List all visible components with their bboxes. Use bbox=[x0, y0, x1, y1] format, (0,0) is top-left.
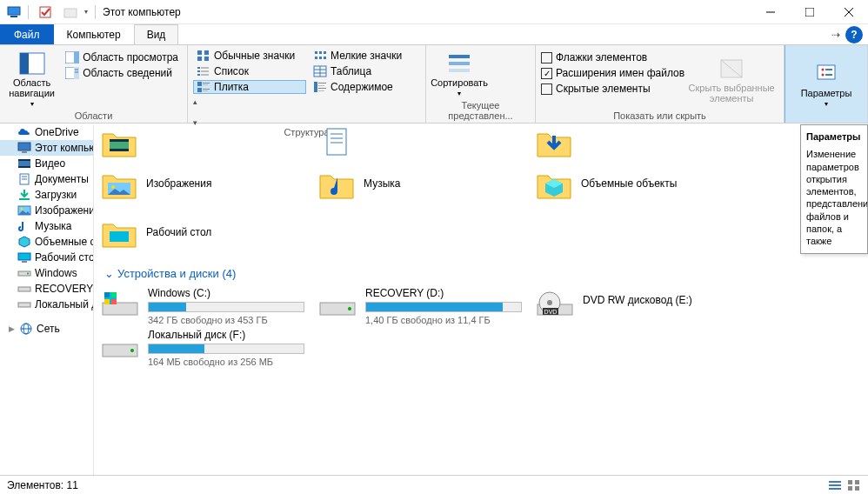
svg-rect-78 bbox=[18, 287, 30, 291]
svg-rect-46 bbox=[318, 90, 324, 91]
svg-rect-20 bbox=[197, 67, 200, 69]
documents-icon bbox=[17, 173, 31, 185]
layout-small-icons[interactable]: Мелкие значки bbox=[310, 49, 414, 63]
normal-icons-icon bbox=[197, 50, 210, 62]
tree-drive-c[interactable]: Windows bbox=[0, 265, 93, 281]
tab-computer[interactable]: Компьютер bbox=[54, 24, 134, 44]
folder-desktop[interactable]: Рабочий стол bbox=[101, 208, 318, 257]
status-bar: Элементов: 11 bbox=[0, 475, 868, 494]
qat-newfolder-icon[interactable] bbox=[63, 6, 77, 18]
tiles-icon bbox=[197, 81, 210, 93]
drive-f[interactable]: Локальный диск (F:) 164 МБ свободно из 2… bbox=[101, 327, 318, 369]
section-drives-header[interactable]: ⌄ Устройства и диски (4) bbox=[101, 257, 868, 285]
minimize-ribbon-icon[interactable]: ⇢ bbox=[831, 29, 840, 41]
checkbox-file-ext[interactable]: ✓Расширения имен файлов bbox=[541, 66, 684, 80]
tree-documents[interactable]: Документы bbox=[0, 171, 93, 187]
tree-3dobjects[interactable]: Объемные объекты bbox=[0, 234, 93, 250]
checkbox-icon: ✓ bbox=[541, 68, 552, 79]
tree-network[interactable]: ▶Сеть bbox=[0, 321, 93, 337]
drive-e[interactable]: DVD DVD RW дисковод (E:) bbox=[536, 285, 753, 327]
document-folder-icon bbox=[318, 124, 355, 160]
tree-music[interactable]: Музыка bbox=[0, 218, 93, 234]
svg-rect-43 bbox=[318, 83, 326, 83]
svg-rect-109 bbox=[829, 484, 841, 486]
ribbon-group-layout: Обычные значки Список Плитка Мелкие знач… bbox=[188, 45, 426, 123]
svg-text:DVD: DVD bbox=[544, 309, 558, 315]
details-pane-icon bbox=[65, 67, 79, 79]
objects3d-folder-icon bbox=[536, 165, 572, 202]
svg-rect-97 bbox=[104, 299, 110, 304]
svg-rect-93 bbox=[103, 303, 137, 315]
tree-desktop[interactable]: Рабочий стол bbox=[0, 250, 93, 265]
tooltip-body: Изменение параметров открытия элементов,… bbox=[806, 148, 862, 247]
file-menu[interactable]: Файл bbox=[0, 24, 54, 44]
tree-pictures[interactable]: Изображения bbox=[0, 203, 93, 218]
svg-rect-75 bbox=[22, 261, 27, 263]
nav-pane-button[interactable]: Область навигации ▾ bbox=[5, 49, 58, 110]
layout-tiles[interactable]: Плитка bbox=[193, 80, 306, 94]
tree-onedrive[interactable]: OneDrive bbox=[0, 124, 93, 140]
checkbox-item-checkboxes[interactable]: Флажки элементов bbox=[541, 50, 684, 64]
tree-thispc[interactable]: Этот компьютер bbox=[0, 140, 93, 156]
folder-tile[interactable] bbox=[318, 124, 536, 159]
tree-downloads[interactable]: Загрузки bbox=[0, 187, 93, 203]
layout-table[interactable]: Таблица bbox=[310, 64, 414, 78]
svg-rect-98 bbox=[111, 299, 117, 304]
svg-rect-74 bbox=[18, 253, 30, 260]
options-button[interactable]: Параметры▾ bbox=[798, 49, 854, 121]
os-drive-icon bbox=[101, 290, 139, 318]
drive-free-text: 1,40 ГБ свободно из 11,4 ГБ bbox=[365, 315, 536, 325]
details-pane-button[interactable]: Область сведений bbox=[62, 66, 182, 80]
qat-dropdown-icon[interactable]: ▾ bbox=[84, 8, 88, 16]
separator bbox=[95, 5, 96, 19]
separator bbox=[28, 5, 29, 19]
maximize-button[interactable] bbox=[790, 0, 829, 24]
ribbon-group-showhide: Флажки элементов ✓Расширения имен файлов… bbox=[536, 45, 785, 123]
drive-d[interactable]: RECOVERY (D:) 1,40 ГБ свободно из 11,4 Г… bbox=[318, 285, 536, 327]
details-view-icon[interactable] bbox=[828, 479, 842, 491]
folder-pictures[interactable]: Изображения bbox=[101, 159, 318, 208]
drive-name: RECOVERY (D:) bbox=[365, 287, 536, 299]
tab-view[interactable]: Вид bbox=[134, 24, 179, 44]
layout-scroll-up-icon[interactable]: ▴ bbox=[193, 97, 204, 106]
file-view: Изображения Музыка Объемные объекты Рабо… bbox=[94, 124, 868, 475]
drive-c[interactable]: Windows (C:) 342 ГБ свободно из 453 ГБ bbox=[101, 285, 318, 327]
tree-drive-f[interactable]: Локальный диск bbox=[0, 297, 93, 312]
drive-icon bbox=[17, 298, 31, 310]
preview-pane-button[interactable]: Область просмотра bbox=[62, 50, 182, 64]
qat-properties-icon[interactable] bbox=[39, 6, 53, 18]
svg-rect-0 bbox=[8, 7, 20, 15]
svg-rect-42 bbox=[314, 82, 317, 92]
drive-usage-bar bbox=[148, 302, 304, 312]
table-icon bbox=[313, 65, 327, 77]
help-button[interactable]: ? bbox=[845, 26, 863, 43]
large-icons-view-icon[interactable] bbox=[847, 479, 861, 491]
folder-tile[interactable] bbox=[536, 124, 753, 159]
folder-tile[interactable] bbox=[101, 124, 318, 159]
checkbox-hidden-items[interactable]: Скрытые элементы bbox=[541, 82, 684, 96]
svg-rect-64 bbox=[22, 151, 27, 153]
preview-pane-label: Область просмотра bbox=[83, 51, 178, 63]
svg-rect-22 bbox=[197, 70, 200, 72]
onedrive-icon bbox=[17, 126, 31, 138]
sort-button[interactable]: Сортировать▾ bbox=[431, 49, 487, 100]
tree-videos[interactable]: Видео bbox=[0, 156, 93, 171]
drive-usage-bar bbox=[148, 344, 304, 354]
svg-rect-25 bbox=[201, 74, 209, 76]
layout-content[interactable]: Содержимое bbox=[310, 80, 414, 94]
layout-normal-icons[interactable]: Обычные значки bbox=[193, 49, 306, 63]
folder-tiles-row1 bbox=[101, 124, 868, 159]
svg-rect-34 bbox=[324, 51, 326, 54]
tree-drive-d[interactable]: RECOVERY bbox=[0, 281, 93, 297]
close-button[interactable] bbox=[829, 0, 868, 24]
svg-rect-95 bbox=[104, 292, 110, 297]
svg-point-100 bbox=[348, 307, 351, 310]
folder-music[interactable]: Музыка bbox=[318, 159, 536, 208]
layout-list[interactable]: Список bbox=[193, 64, 306, 78]
minimize-button[interactable] bbox=[751, 0, 790, 24]
nav-pane-icon bbox=[18, 51, 46, 76]
svg-rect-32 bbox=[315, 51, 317, 54]
svg-rect-23 bbox=[201, 70, 209, 72]
folder-3dobjects[interactable]: Объемные объекты bbox=[536, 159, 753, 208]
drive-name: DVD RW дисковод (E:) bbox=[583, 294, 753, 306]
